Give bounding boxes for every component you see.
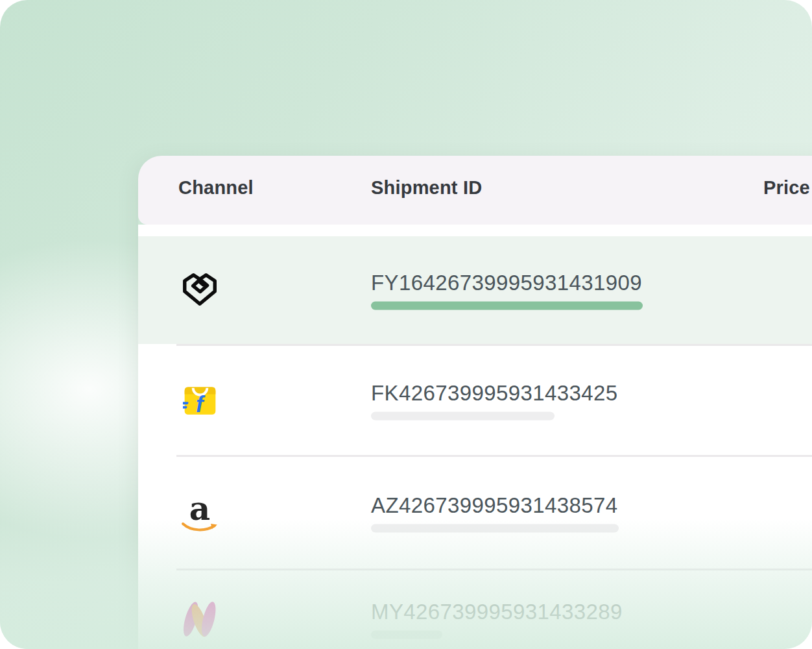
app-background: Channel Shipment ID Price FY164267399959… — [0, 0, 812, 649]
shipment-cell: MY426739995931433289 — [371, 600, 623, 639]
shipment-cell: FY16426739995931431909 — [371, 271, 643, 310]
channel-logo-cell: f — [178, 377, 221, 424]
column-header-channel: Channel — [178, 177, 254, 199]
shipment-cell: FK426739995931433425 — [371, 381, 618, 421]
fynd-heart-icon — [180, 269, 220, 312]
table-header: Channel Shipment ID Price — [138, 156, 812, 225]
shipment-id: FY16426739995931431909 — [371, 271, 643, 295]
flipkart-icon: f — [183, 382, 217, 419]
myntra-icon — [182, 594, 219, 644]
shipments-table-card: Channel Shipment ID Price FY164267399959… — [138, 156, 812, 649]
progress-bar — [371, 631, 442, 639]
column-header-shipment-id: Shipment ID — [371, 177, 482, 199]
table-row-fynd[interactable]: FY16426739995931431909 — [138, 236, 812, 344]
channel-logo-cell: a — [178, 489, 221, 536]
shipment-cell: AZ426739995931438574 — [371, 493, 619, 533]
shipment-id: FK426739995931433425 — [371, 381, 618, 406]
channel-logo-cell — [178, 267, 221, 313]
shipment-id: AZ426739995931438574 — [371, 493, 619, 518]
table-body: FY16426739995931431909 f — [138, 225, 812, 649]
table-row-myntra[interactable]: MY426739995931433289 — [138, 570, 812, 649]
table-row-amazon[interactable]: a AZ426739995931438574 — [138, 457, 812, 569]
shipment-id: MY426739995931433289 — [371, 600, 623, 624]
amazon-icon: a — [181, 496, 219, 533]
progress-bar — [371, 302, 643, 310]
progress-bar — [371, 412, 555, 421]
column-header-price: Price — [763, 177, 810, 199]
channel-logo-cell — [178, 596, 221, 643]
table-row-flipkart[interactable]: f FK426739995931433425 — [138, 346, 812, 455]
progress-bar — [371, 524, 619, 533]
